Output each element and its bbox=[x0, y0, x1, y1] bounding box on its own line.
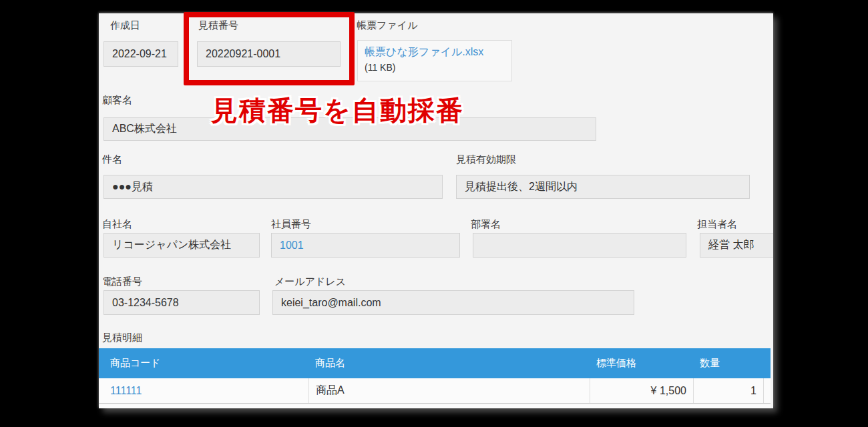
department-name-label: 部署名 bbox=[471, 218, 501, 231]
quote-validity-field: 見積提出後、2週間以内 bbox=[456, 175, 750, 199]
cell-product-code[interactable]: 111111 bbox=[99, 378, 308, 403]
quote-record-panel: 作成日 見積番号 帳票ファイル 2022-09-21 20220921-0001… bbox=[99, 13, 773, 408]
email-address-value: keiei_taro@mail.com bbox=[281, 297, 381, 309]
email-address-label: メールアドレス bbox=[274, 276, 346, 288]
cell-product-name: 商品A bbox=[308, 378, 590, 403]
cell-quantity: 1 bbox=[693, 378, 763, 403]
report-file-box: 帳票ひな形ファイル.xlsx (11 KB) bbox=[357, 40, 512, 81]
detail-table-header-row: 商品コード 商品名 標準価格 数量 bbox=[99, 348, 771, 378]
screenshot-canvas: 作成日 見積番号 帳票ファイル 2022-09-21 20220921-0001… bbox=[0, 0, 868, 427]
company-name-label: 自社名 bbox=[102, 218, 132, 231]
phone-number-label: 電話番号 bbox=[102, 276, 142, 288]
customer-name-label: 顧客名 bbox=[102, 94, 132, 107]
quote-number-label: 見積番号 bbox=[198, 19, 238, 32]
table-row: 111111 商品A ¥ 1,500 1 bbox=[99, 378, 771, 404]
employee-number-label: 社員番号 bbox=[271, 218, 311, 231]
report-file-link[interactable]: 帳票ひな形ファイル.xlsx bbox=[365, 45, 505, 59]
header-product-code: 商品コード bbox=[99, 357, 308, 370]
customer-name-value: ABC株式会社 bbox=[112, 122, 177, 136]
report-file-label: 帳票ファイル bbox=[357, 19, 417, 32]
header-product-name: 商品名 bbox=[308, 357, 590, 370]
auto-numbering-annotation: 見積番号を自動採番 bbox=[211, 92, 464, 129]
quote-number-field: 20220921-0001 bbox=[197, 41, 341, 67]
employee-number-field: 1001 bbox=[271, 233, 460, 258]
quote-validity-value: 見積提出後、2週間以内 bbox=[465, 180, 578, 194]
company-name-field: リコージャパン株式会社 bbox=[103, 233, 260, 258]
next-row-sliver bbox=[99, 404, 771, 408]
subject-field: ●●●見積 bbox=[103, 175, 443, 199]
header-standard-price: 標準価格 bbox=[590, 357, 693, 370]
report-file-size: (11 KB) bbox=[365, 62, 505, 73]
created-date-label: 作成日 bbox=[110, 19, 140, 32]
company-name-value: リコージャパン株式会社 bbox=[112, 238, 231, 252]
quote-number-value: 20220921-0001 bbox=[206, 48, 280, 60]
subject-label: 件名 bbox=[102, 153, 122, 166]
cell-clipped-column bbox=[763, 378, 773, 403]
phone-number-value: 03-1234-5678 bbox=[112, 297, 179, 309]
subject-value: ●●●見積 bbox=[112, 180, 153, 194]
header-quantity: 数量 bbox=[693, 357, 763, 370]
person-in-charge-label: 担当者名 bbox=[697, 218, 737, 231]
quote-validity-label: 見積有効期限 bbox=[456, 153, 516, 166]
created-date-field: 2022-09-21 bbox=[103, 41, 178, 67]
email-address-field: keiei_taro@mail.com bbox=[272, 290, 634, 315]
person-in-charge-field: 経営 太郎 bbox=[700, 233, 773, 258]
created-date-value: 2022-09-21 bbox=[112, 48, 167, 60]
detail-table-section-label: 見積明細 bbox=[102, 332, 142, 344]
cell-standard-price: ¥ 1,500 bbox=[590, 378, 693, 403]
department-name-field bbox=[473, 233, 686, 258]
person-in-charge-value: 経営 太郎 bbox=[708, 238, 754, 252]
phone-number-field: 03-1234-5678 bbox=[103, 290, 260, 315]
employee-number-value[interactable]: 1001 bbox=[280, 240, 304, 252]
